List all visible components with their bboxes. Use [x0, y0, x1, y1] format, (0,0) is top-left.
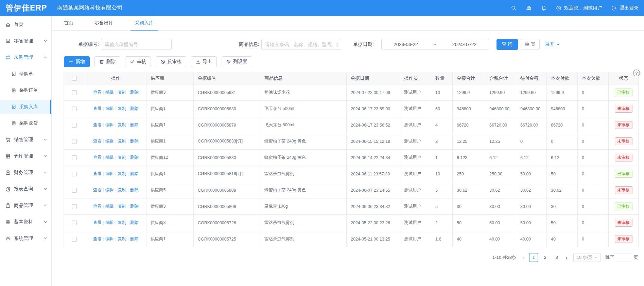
row-checkbox[interactable] [72, 139, 77, 144]
action-delete[interactable]: 删除 [130, 139, 138, 144]
sidebar-item-system[interactable]: 系统管理 [0, 232, 51, 245]
product-info-input[interactable] [261, 39, 341, 50]
help-icon[interactable]: ? [633, 70, 640, 76]
sidebar-item-home[interactable]: 首页 [0, 18, 51, 31]
page-button-3[interactable]: 3 [552, 253, 561, 262]
next-page-button[interactable]: › [562, 254, 571, 261]
sidebar-item-purchase-order[interactable]: 采购订单 [0, 83, 51, 97]
row-checkbox[interactable] [72, 90, 77, 95]
action-edit[interactable]: 编辑 [105, 106, 114, 111]
action-view[interactable]: 查看 [93, 204, 102, 209]
action-view[interactable]: 查看 [93, 188, 102, 192]
sidebar-item-reports[interactable]: 报表查询 [0, 182, 51, 196]
row-checkbox[interactable] [72, 123, 77, 128]
action-view[interactable]: 查看 [93, 122, 102, 127]
reset-button[interactable]: 重 置 [521, 39, 540, 50]
column-settings-button[interactable]: 列设置 [222, 56, 252, 67]
action-view[interactable]: 查看 [93, 171, 102, 176]
sidebar-item-basic-data[interactable]: 基本资料 [0, 215, 51, 229]
page-button-1[interactable]: 1 [529, 253, 538, 262]
action-edit[interactable]: 编辑 [105, 139, 114, 144]
action-copy[interactable]: 复制 [118, 171, 126, 176]
search-icon[interactable] [511, 5, 517, 11]
sidebar-item-finance[interactable]: 财务管理 [0, 166, 51, 179]
status-badge: 未审核 [615, 121, 632, 129]
page-size-select[interactable]: 10 条/页 [573, 253, 601, 262]
action-delete[interactable]: 删除 [130, 155, 138, 160]
action-delete[interactable]: 删除 [130, 90, 138, 95]
bell-icon[interactable] [541, 5, 547, 11]
prev-page-button[interactable]: ‹ [520, 254, 528, 261]
action-delete[interactable]: 删除 [130, 204, 138, 209]
sidebar-item-purchase-request[interactable]: 请购单 [0, 67, 51, 81]
action-delete[interactable]: 删除 [130, 106, 138, 111]
action-edit[interactable]: 编辑 [105, 236, 114, 241]
action-view[interactable]: 查看 [93, 106, 102, 111]
sidebar-item-products[interactable]: 商品管理 [0, 199, 51, 212]
action-copy[interactable]: 复制 [118, 122, 126, 127]
row-checkbox[interactable] [72, 188, 77, 193]
expand-toggle[interactable]: 展开 [545, 41, 560, 47]
row-checkbox[interactable] [72, 237, 77, 242]
action-view[interactable]: 查看 [93, 155, 102, 160]
action-delete[interactable]: 删除 [130, 122, 138, 127]
row-checkbox[interactable] [72, 107, 77, 111]
bank-icon[interactable] [526, 5, 532, 11]
sidebar-item-sales[interactable]: 销售管理 [0, 133, 51, 147]
row-checkbox[interactable] [72, 221, 77, 225]
sidebar-item-purchase-inbound[interactable]: 采购入库 [0, 100, 51, 114]
action-copy[interactable]: 复制 [118, 220, 126, 225]
action-view[interactable]: 查看 [93, 236, 102, 241]
add-button[interactable]: 新增 [64, 56, 90, 67]
tab-home[interactable]: 首页 [64, 16, 73, 30]
action-delete[interactable]: 删除 [130, 188, 138, 192]
action-copy[interactable]: 复制 [118, 90, 126, 95]
action-edit[interactable]: 编辑 [105, 204, 114, 209]
sidebar-item-retail[interactable]: 零售管理 [0, 34, 51, 48]
action-copy[interactable]: 复制 [118, 106, 126, 111]
date-to-value[interactable]: 2024-07-22 [440, 42, 489, 47]
tab-retail-outbound[interactable]: 零售出库 [94, 16, 114, 30]
delete-button[interactable]: 删除 [94, 56, 120, 67]
row-checkbox[interactable] [72, 155, 77, 160]
sidebar-item-purchase-return[interactable]: 采购退货 [0, 116, 51, 130]
audit-button[interactable]: 审核 [125, 56, 151, 67]
cell-date: 2024-06-14 22:24:34 [347, 150, 400, 166]
action-edit[interactable]: 编辑 [105, 171, 114, 176]
action-delete[interactable]: 删除 [130, 171, 138, 176]
action-copy[interactable]: 复制 [118, 188, 126, 192]
row-checkbox[interactable] [72, 172, 77, 176]
action-delete[interactable]: 删除 [130, 220, 138, 225]
action-edit[interactable]: 编辑 [105, 90, 114, 95]
search-button[interactable]: 查 询 [497, 39, 518, 50]
welcome-user[interactable]: 欢迎您，测试用户 [556, 5, 602, 11]
sidebar-item-purchase[interactable]: 采购管理 [0, 51, 51, 64]
logout-button[interactable]: 退出登录 [611, 5, 639, 11]
action-view[interactable]: 查看 [93, 220, 102, 225]
unaudit-button[interactable]: 反审核 [156, 56, 186, 67]
doc-no-input[interactable] [101, 39, 172, 50]
date-from-value[interactable]: 2024-04-22 [382, 42, 430, 47]
action-delete[interactable]: 删除 [130, 236, 138, 241]
jump-page-input[interactable] [617, 253, 631, 262]
action-copy[interactable]: 复制 [118, 204, 126, 209]
page-button-2[interactable]: 2 [541, 253, 550, 262]
select-all-checkbox[interactable] [72, 76, 77, 81]
tab-purchase-inbound[interactable]: 采购入库 [135, 16, 154, 30]
action-copy[interactable]: 复制 [118, 139, 126, 144]
action-copy[interactable]: 复制 [118, 236, 126, 241]
action-edit[interactable]: 编辑 [105, 122, 114, 127]
cell-total: 30 [453, 198, 485, 215]
action-edit[interactable]: 编辑 [105, 188, 114, 192]
action-edit[interactable]: 编辑 [105, 155, 114, 160]
action-view[interactable]: 查看 [93, 139, 102, 144]
action-view[interactable]: 查看 [93, 90, 102, 95]
sidebar-item-warehouse[interactable]: 仓库管理 [0, 149, 51, 163]
row-checkbox[interactable] [72, 204, 77, 209]
action-copy[interactable]: 复制 [118, 155, 126, 160]
sidebar-item-label: 采购管理 [14, 54, 33, 60]
cell-date: 2024-06-17 23:59:00 [347, 101, 400, 117]
export-button[interactable]: 导出 [191, 56, 217, 67]
date-range-picker[interactable]: 2024-04-22 ~ 2024-07-22 [381, 39, 489, 50]
action-edit[interactable]: 编辑 [105, 220, 114, 225]
